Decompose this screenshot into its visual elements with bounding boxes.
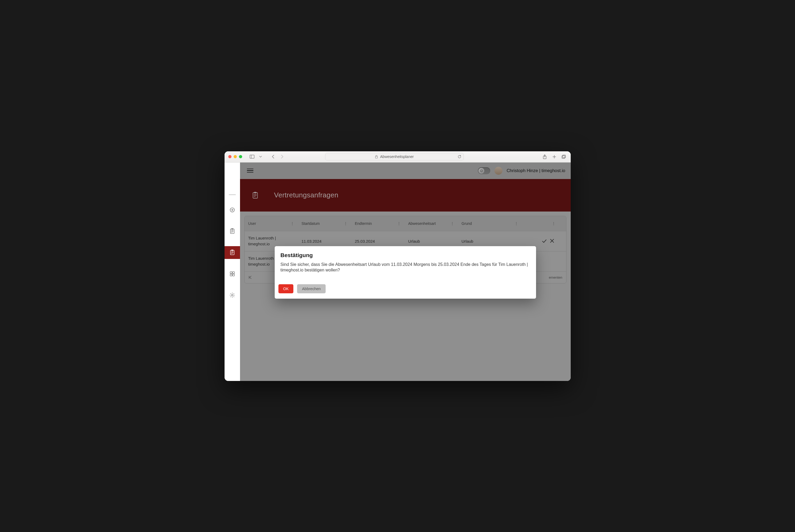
cancel-button[interactable]: Abbrechen	[297, 284, 325, 293]
rail-item-clipboard[interactable]	[224, 225, 240, 238]
tabs-overview-icon[interactable]	[561, 154, 567, 159]
rail-item-requests[interactable]	[224, 246, 240, 259]
window-controls	[228, 155, 242, 158]
svg-point-15	[232, 294, 233, 296]
share-icon[interactable]	[542, 154, 547, 159]
app-root: Christoph Hinze | timeghost.io Vertretun…	[224, 163, 571, 381]
rail-item-settings[interactable]	[224, 289, 240, 302]
svg-rect-12	[233, 272, 234, 273]
url-bar[interactable]: Abwesenheitsplaner	[325, 153, 464, 160]
svg-rect-4	[563, 155, 566, 158]
browser-toolbar: Abwesenheitsplaner	[224, 151, 571, 163]
back-button[interactable]	[270, 154, 276, 159]
svg-rect-11	[230, 272, 232, 273]
dialog-title: Bestätigung	[281, 252, 530, 259]
url-title: Abwesenheitsplaner	[380, 154, 414, 159]
side-rail	[224, 163, 240, 381]
maximize-window-button[interactable]	[239, 155, 242, 158]
rail-item-dashboard[interactable]	[224, 267, 240, 280]
minimize-window-button[interactable]	[234, 155, 237, 158]
new-tab-icon[interactable]	[551, 154, 557, 159]
svg-rect-5	[562, 156, 565, 158]
ok-button[interactable]: OK	[278, 284, 294, 293]
confirm-dialog: Bestätigung Sind Sie sicher, dass Sie di…	[275, 246, 536, 299]
chevron-down-icon[interactable]	[258, 154, 264, 159]
content-area: Christoph Hinze | timeghost.io Vertretun…	[240, 163, 571, 381]
rail-item-add[interactable]	[224, 204, 240, 216]
svg-rect-14	[233, 274, 234, 276]
lock-icon	[375, 155, 378, 158]
reload-icon[interactable]	[458, 155, 462, 158]
svg-rect-2	[376, 156, 378, 158]
svg-rect-0	[250, 155, 254, 158]
close-window-button[interactable]	[228, 155, 232, 158]
dialog-body: Sind Sie sicher, dass Sie die Abwesenhei…	[281, 262, 530, 273]
sidebar-toggle-icon[interactable]	[249, 154, 255, 159]
rail-divider	[229, 194, 236, 195]
mac-window: Abwesenheitsplaner	[224, 151, 571, 381]
svg-rect-13	[230, 274, 232, 276]
forward-button[interactable]	[279, 154, 285, 159]
dialog-actions: OK Abbrechen	[278, 284, 530, 293]
